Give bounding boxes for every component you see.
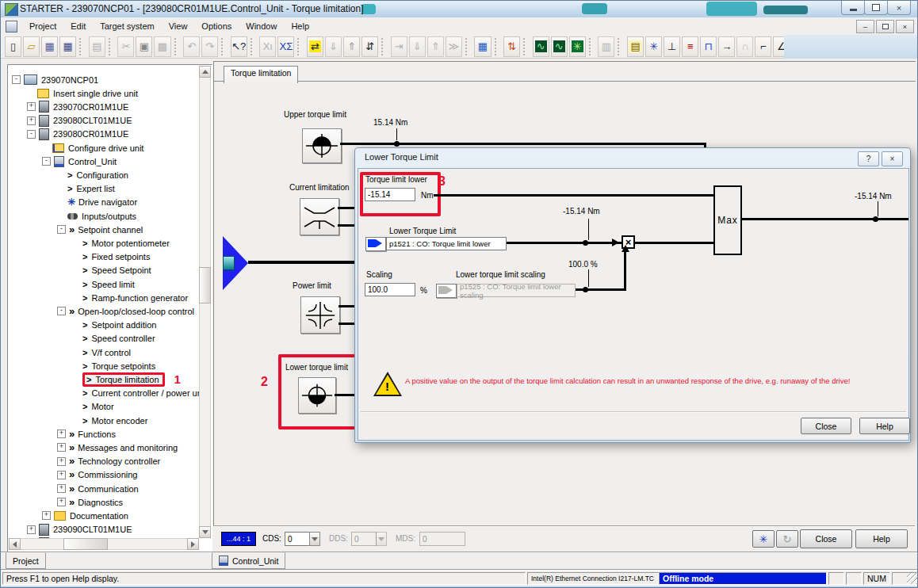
tree-item[interactable]: -Control_Unit [42, 155, 117, 168]
tree-item[interactable]: >Setpoint addition [72, 319, 156, 332]
tree-item[interactable]: +239070CR01M1UE [27, 100, 128, 113]
expand-icon[interactable]: + [57, 457, 66, 466]
close-button[interactable]: × [887, 1, 911, 15]
tree-item[interactable]: +»Functions [57, 427, 116, 441]
expand-icon[interactable]: + [57, 443, 66, 452]
tree-item[interactable]: +239090CLT01M1UE [27, 523, 132, 536]
p1521-field[interactable]: p1521 : CO: Torque limit lower [386, 237, 507, 250]
tree-item[interactable]: >Torque setpoints [72, 359, 155, 372]
expand-icon[interactable]: + [57, 430, 66, 438]
menu-help[interactable]: Help [284, 19, 316, 33]
mdi-document-icon[interactable] [6, 21, 17, 32]
new-document-icon[interactable]: ▯ [5, 36, 21, 57]
tree-item[interactable]: >Configuration [57, 168, 128, 181]
tree-item[interactable]: >Ramp-function generator [72, 291, 188, 304]
tree-item[interactable]: ✳Drive navigator [57, 196, 137, 209]
tree-item[interactable]: -239070NCP01 [12, 73, 98, 86]
scroll-up-button[interactable] [199, 66, 211, 78]
measuring-function-icon[interactable]: ✳ [569, 36, 586, 57]
bico-interconnect-button[interactable] [365, 237, 386, 251]
mdi-minimize-button[interactable]: – [856, 20, 874, 33]
device-trace-icon[interactable]: ∿ [533, 36, 549, 57]
settings-gear-button[interactable]: ✳ [752, 530, 775, 548]
tree-item[interactable]: +»Diagnostics [57, 495, 123, 509]
tree-item[interactable]: >Motor [72, 400, 114, 414]
tree-item[interactable]: >V/f control [72, 346, 131, 359]
expand-icon[interactable]: + [57, 484, 66, 493]
function-chart-icon[interactable]: ▤ [627, 36, 644, 57]
open-project-icon[interactable]: ▱ [23, 36, 40, 57]
cds-select[interactable]: 0 [285, 532, 310, 546]
dialog-close-action-button[interactable]: Close [801, 418, 851, 434]
tree-item[interactable]: +»Technology controller [57, 455, 160, 468]
show-monitor-icon[interactable]: ▦ [474, 36, 491, 57]
tab-project[interactable]: Project [6, 552, 46, 569]
help-pointer-icon[interactable]: ↖? [231, 36, 247, 57]
menu-project[interactable]: Project [22, 19, 63, 33]
tree-item[interactable]: >Speed Setpoint [72, 264, 151, 277]
scroll-down-button[interactable] [199, 526, 211, 538]
tree-item[interactable]: -»Setpoint channel [57, 223, 143, 236]
tree-item[interactable]: >Motor potentiometer [72, 236, 170, 250]
resize-grip[interactable] [907, 573, 918, 584]
tree-item[interactable]: >Expert list [57, 182, 115, 196]
ramp-function-generator-icon[interactable]: ⊓ [700, 36, 717, 57]
dialog-help-action-button[interactable]: Help [859, 418, 910, 434]
restore-button[interactable] [864, 1, 888, 15]
vscroll-thumb[interactable] [199, 267, 211, 304]
tree-item[interactable]: +»Communication [57, 482, 139, 495]
menu-options[interactable]: Options [194, 19, 239, 33]
scaling-input[interactable]: 100.0 [365, 283, 415, 296]
menu-window[interactable]: Window [239, 19, 284, 33]
hscroll-thumb[interactable] [63, 538, 108, 550]
tree-item[interactable]: >Motor encoder [72, 414, 147, 427]
toggle-online-icon[interactable]: ⇵ [361, 36, 378, 57]
connect-target-icon[interactable]: ⇄ [307, 36, 323, 57]
expand-icon[interactable]: + [57, 471, 66, 479]
dialog-help-button[interactable]: ? [858, 151, 879, 166]
save-options-icon[interactable]: ▦ [59, 36, 76, 57]
tree-item[interactable]: >Torque limitation1 [72, 372, 181, 386]
mdi-restore-button[interactable] [876, 20, 894, 33]
copy-icon[interactable]: ▣ [136, 36, 152, 57]
tree-item[interactable]: -»Open-loop/closed-loop control [57, 304, 194, 318]
menu-target-system[interactable]: Target system [93, 19, 161, 33]
x-sigma-icon[interactable]: XΣ [277, 36, 294, 57]
scroll-right-button[interactable] [187, 538, 199, 550]
tree-item[interactable]: Insert single drive unit [27, 86, 138, 100]
accessible-nodes-icon[interactable]: ⇅ [503, 36, 520, 57]
lower-torque-limit-button[interactable] [298, 377, 336, 414]
tree-item[interactable]: >Speed limit [72, 277, 135, 291]
tab-control-unit[interactable]: Control_Unit [212, 552, 285, 569]
collapse-icon[interactable]: - [57, 225, 66, 234]
expand-icon[interactable]: + [57, 498, 66, 506]
collapse-icon[interactable]: - [42, 157, 51, 166]
torque-limit-lower-input[interactable]: -15.14 [365, 188, 415, 201]
speed-controller-icon[interactable]: ⌐ [755, 36, 771, 57]
expand-icon[interactable]: + [27, 525, 36, 534]
tree-item[interactable]: Inputs/outputs [57, 209, 136, 223]
close-button-main[interactable]: Close [800, 529, 852, 548]
save-project-icon[interactable]: ▦ [41, 36, 58, 57]
torque-setpoints-icon[interactable]: ≡ [682, 36, 698, 57]
tree-item[interactable]: >Speed controller [72, 332, 155, 346]
collapse-icon[interactable]: - [12, 75, 21, 84]
upper-torque-limit-button[interactable] [302, 128, 342, 163]
menu-edit[interactable]: Edit [63, 19, 93, 33]
cds-dropdown-button[interactable] [309, 532, 320, 546]
power-limit-button[interactable] [300, 296, 340, 334]
tree-item[interactable]: +»Commissioning [57, 468, 137, 482]
expand-icon[interactable]: + [42, 511, 51, 520]
collapse-icon[interactable]: - [27, 130, 36, 139]
help-button-main[interactable]: Help [855, 529, 908, 548]
scroll-left-button[interactable] [9, 538, 21, 550]
dialog-close-button[interactable]: × [882, 151, 903, 166]
expand-icon[interactable]: + [27, 102, 36, 111]
tab-torque-limitation[interactable]: Torque limitation [224, 66, 298, 83]
collapse-icon[interactable]: - [57, 307, 66, 315]
mdi-close-button[interactable]: × [896, 20, 914, 33]
signal-trace-icon[interactable]: ∿ [551, 36, 568, 57]
expand-icon[interactable]: + [27, 116, 36, 125]
minimize-button[interactable] [841, 1, 865, 15]
menu-view[interactable]: View [162, 19, 195, 33]
